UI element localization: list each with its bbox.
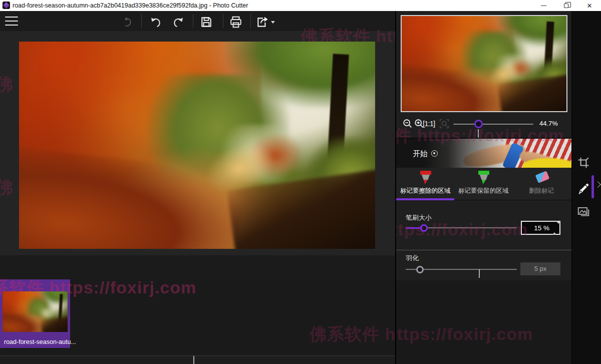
minimize-icon xyxy=(541,6,546,6)
active-tab-underline xyxy=(396,198,454,200)
window-title: road-forest-season-autumn-acb7a2b0419ad3… xyxy=(13,2,248,9)
undo-button[interactable] xyxy=(149,15,163,29)
zoom-slider-track[interactable] xyxy=(453,124,533,125)
tab-mark-keep-area[interactable]: 标记要保留的区域 xyxy=(454,168,512,200)
collapse-strip-button[interactable] xyxy=(193,356,194,363)
red-marker-icon xyxy=(419,171,432,185)
zoom-bar: [1:1] 44.7% xyxy=(396,113,572,140)
save-icon xyxy=(200,16,213,29)
bottom-collapse-bar xyxy=(0,355,395,364)
minimize-button[interactable] xyxy=(535,0,552,11)
tool-strip xyxy=(571,11,601,364)
redo-button[interactable] xyxy=(171,15,185,29)
feather-label: 羽化 xyxy=(406,254,419,263)
brush-size-input[interactable]: 15 % xyxy=(521,221,560,235)
app-icon xyxy=(3,2,10,9)
collapse-controls-button[interactable] xyxy=(479,269,480,277)
crop-tool-button[interactable] xyxy=(577,156,591,170)
zoom-fit-icon xyxy=(439,118,450,129)
print-icon xyxy=(229,16,242,29)
crop-icon xyxy=(577,156,590,169)
close-button[interactable]: ✕ xyxy=(581,0,598,11)
stepper-down-icon[interactable] xyxy=(556,221,560,232)
undo-all-button[interactable] xyxy=(120,15,134,29)
active-tool-indicator xyxy=(591,175,594,198)
start-label: 开始 xyxy=(413,149,428,159)
title-bar: road-forest-season-autumn-acb7a2b0419ad3… xyxy=(0,0,601,11)
green-marker-icon xyxy=(477,171,490,185)
share-dropdown-caret[interactable] xyxy=(271,21,275,24)
save-button[interactable] xyxy=(199,15,213,29)
feather-value-box: 5 px xyxy=(520,262,560,275)
thumbnail-image[interactable] xyxy=(3,291,68,332)
fit-screen-button[interactable] xyxy=(439,118,451,130)
close-icon: ✕ xyxy=(587,3,592,9)
zoom-out-icon xyxy=(402,118,413,129)
eraser-icon xyxy=(535,171,550,183)
cutter-pen-icon xyxy=(577,181,591,195)
tab-mark-erase-area[interactable]: 标记要擦除的区域 xyxy=(396,168,454,200)
undo-icon xyxy=(150,16,162,28)
main-image[interactable] xyxy=(19,42,375,249)
image-icon xyxy=(577,205,590,218)
redo-icon xyxy=(172,16,184,28)
undo-all-icon xyxy=(121,16,133,28)
mark-tabs: 标记要擦除的区域 标记要保留的区域 删除标记 xyxy=(396,168,571,200)
zoom-slider-thumb[interactable] xyxy=(474,120,483,128)
brush-size-value: 15 % xyxy=(534,224,549,232)
print-button[interactable] xyxy=(229,15,243,29)
photo-cutter-window: road-forest-season-autumn-acb7a2b0419ad3… xyxy=(0,0,601,364)
start-eye-icon xyxy=(431,150,438,157)
right-panel: [1:1] 44.7% 开始 标记要擦除的区域 标记要保留的区域 xyxy=(395,11,571,364)
chevron-down-icon xyxy=(479,269,480,278)
expand-panel-chevron[interactable] xyxy=(594,181,601,188)
share-button[interactable] xyxy=(255,15,269,29)
tab-delete-marks[interactable]: 删除标记 xyxy=(512,168,570,200)
thumbnail-filename: road-forest-season-autu... xyxy=(4,338,76,345)
feather-slider-thumb[interactable] xyxy=(416,266,424,273)
stepper-up-icon[interactable] xyxy=(552,224,556,235)
file-navigation-bar: C:\ Users xuyueji 桌面 xyxy=(0,255,395,279)
restore-button[interactable] xyxy=(557,0,574,11)
brush-size-stepper[interactable] xyxy=(552,224,557,234)
brush-controls: 笔刷大小 15 % 羽化 5 px xyxy=(396,200,571,280)
chevron-down-icon xyxy=(193,356,194,364)
feather-value: 5 px xyxy=(534,265,547,272)
collapse-preview-button[interactable] xyxy=(478,130,479,138)
zoom-out-button[interactable] xyxy=(402,118,414,130)
image-tool-button[interactable] xyxy=(577,205,591,219)
share-icon xyxy=(256,16,269,29)
cutter-tool-button[interactable] xyxy=(577,181,591,195)
panel-lower-area xyxy=(396,280,572,364)
menu-button[interactable] xyxy=(5,17,18,26)
main-toolbar xyxy=(0,11,395,31)
actual-size-button[interactable]: [1:1] xyxy=(423,119,435,128)
brush-size-label: 笔刷大小 xyxy=(406,213,432,222)
start-banner[interactable]: 开始 xyxy=(396,139,571,168)
preview-image xyxy=(402,16,566,111)
zoom-percentage: 44.7% xyxy=(539,120,558,127)
restore-icon xyxy=(564,4,568,8)
chevron-up-icon xyxy=(478,129,479,138)
navigator-preview[interactable] xyxy=(401,15,567,112)
brush-size-slider-thumb[interactable] xyxy=(420,224,428,232)
